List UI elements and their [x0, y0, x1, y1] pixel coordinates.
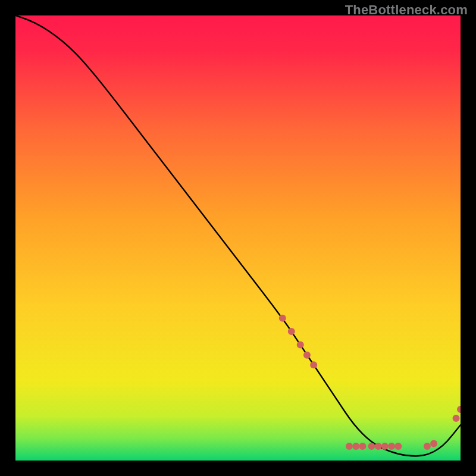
marker-dot: [352, 443, 359, 450]
chart-frame: TheBottleneck.com: [0, 0, 476, 476]
marker-dot: [394, 443, 402, 450]
plot-background: [15, 15, 461, 461]
marker-dot: [424, 443, 431, 450]
marker-dot: [310, 361, 317, 368]
marker-dot: [375, 443, 382, 450]
marker-dot: [453, 415, 460, 422]
marker-dot: [303, 352, 311, 359]
watermark-label: TheBottleneck.com: [345, 2, 468, 18]
marker-dot: [430, 440, 437, 447]
marker-dot: [297, 342, 304, 349]
marker-dot: [381, 443, 389, 450]
marker-dot: [346, 443, 353, 450]
marker-dot: [279, 315, 286, 322]
marker-dot: [368, 443, 375, 450]
bottleneck-chart: [15, 15, 461, 461]
marker-dot: [388, 443, 395, 450]
marker-dot: [288, 328, 295, 335]
marker-dot: [359, 443, 366, 450]
